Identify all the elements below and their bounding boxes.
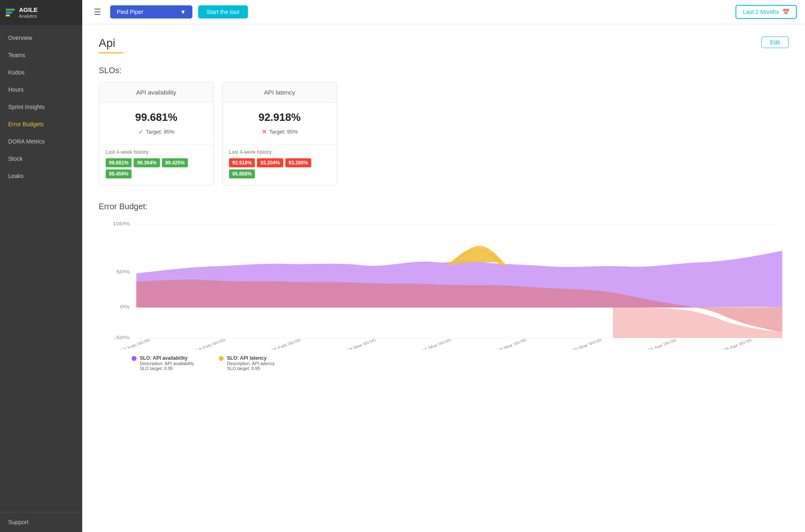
legend-item: SLO: API availability Description: API a…: [132, 355, 194, 371]
history-label: Last 4-week history:: [229, 149, 330, 155]
svg-text:18 Mar 00:00: 18 Mar 00:00: [495, 338, 527, 349]
history-pill: 99.681%: [106, 158, 132, 167]
logo-title: AGILE: [19, 7, 38, 14]
sidebar-item-overview[interactable]: Overview: [0, 29, 82, 46]
sidebar-logo: AGILE Analytics: [0, 0, 82, 25]
logo-subtitle: Analytics: [19, 14, 38, 19]
sidebar: AGILE Analytics OverviewTeamsKudosHoursS…: [0, 0, 82, 532]
slo-history: Last 4-week history: 92.918%93.204%93.28…: [222, 144, 337, 185]
history-pill: 99.425%: [162, 158, 188, 167]
slos-label: SLOs:: [99, 66, 789, 75]
slo-card-header: API latency: [222, 82, 337, 103]
slo-value: 92.918%: [229, 111, 330, 124]
svg-text:11 Mar 00:00: 11 Mar 00:00: [420, 338, 452, 349]
legend-title: SLO: API latency: [227, 355, 275, 361]
page-title: Api: [99, 37, 123, 50]
chevron-down-icon: ▼: [180, 9, 186, 15]
error-budget-section: Error Budget: 100% 50% 0% -50%: [99, 202, 789, 371]
svg-text:100%: 100%: [112, 221, 130, 226]
legend-slo-target: SLO target: 0.95: [140, 366, 194, 371]
history-pills: 92.918%93.204%93.280%95.858%: [229, 158, 330, 178]
legend-description: Description: API latency: [227, 361, 275, 366]
slo-card: API latency 92.918% ✕ Target: 95% Last 4…: [222, 82, 337, 185]
main-area: ☰ Pied Piper ▼ Start the tour Last 2 Mon…: [82, 0, 805, 532]
logo-text: AGILE Analytics: [19, 7, 38, 19]
sidebar-item-stock[interactable]: Stock: [0, 150, 82, 167]
svg-text:0%: 0%: [120, 304, 130, 309]
legend-text: SLO: API availability Description: API a…: [140, 355, 194, 371]
sidebar-item-support[interactable]: Support: [8, 519, 74, 525]
sidebar-item-hours[interactable]: Hours: [0, 81, 82, 98]
slo-target: ✓ Target: 95%: [106, 128, 207, 136]
error-budget-title: Error Budget:: [99, 202, 789, 211]
logo-icon: [6, 9, 15, 16]
edit-button[interactable]: Edit: [761, 37, 789, 48]
date-range-button[interactable]: Last 2 Months 📅: [736, 5, 797, 19]
slo-card: API availability 99.681% ✓ Target: 95% L…: [99, 82, 214, 185]
legend-description: Description: API availability: [140, 361, 194, 366]
sidebar-item-leaks[interactable]: Leaks: [0, 167, 82, 185]
page-title-block: Api: [99, 37, 123, 53]
svg-text:-50%: -50%: [114, 335, 130, 340]
slo-card-body: 92.918% ✕ Target: 95%: [222, 103, 337, 144]
history-pill: 99.459%: [106, 169, 132, 178]
sidebar-bottom: Support: [0, 512, 82, 532]
hamburger-icon[interactable]: ☰: [90, 5, 104, 19]
history-pill: 99.364%: [134, 158, 160, 167]
project-select[interactable]: Pied Piper ▼: [110, 5, 192, 19]
header: ☰ Pied Piper ▼ Start the tour Last 2 Mon…: [82, 0, 805, 24]
sidebar-nav: OverviewTeamsKudosHoursSprint InsightsEr…: [0, 25, 82, 512]
slo-target: ✕ Target: 95%: [229, 128, 330, 136]
calendar-icon: 📅: [782, 9, 789, 15]
legend-slo-target: SLO target: 0.95: [227, 366, 275, 371]
slo-target-text: Target: 95%: [269, 129, 298, 135]
page-header: Api Edit: [99, 37, 789, 53]
svg-text:08 Apr 00:00: 08 Apr 00:00: [722, 338, 753, 349]
history-pill: 93.204%: [257, 158, 283, 167]
sidebar-item-error-budgets[interactable]: Error Budgets: [0, 116, 82, 133]
svg-text:04 Mar 00:00: 04 Mar 00:00: [345, 338, 377, 349]
svg-text:01 Apr 00:00: 01 Apr 00:00: [647, 338, 678, 349]
chart-svg: 100% 50% 0% -50%: [99, 218, 789, 349]
project-name: Pied Piper: [117, 9, 143, 15]
error-budget-chart: 100% 50% 0% -50%: [99, 218, 789, 349]
target-ok-icon: ✓: [138, 128, 143, 136]
target-fail-icon: ✕: [261, 128, 267, 136]
legend-dot: [219, 356, 224, 361]
slo-target-text: Target: 95%: [146, 129, 174, 135]
history-pill: 95.858%: [229, 169, 255, 178]
sidebar-item-dora-metrics[interactable]: DORA Metrics: [0, 133, 82, 150]
main-content: Api Edit SLOs: API availability 99.681% …: [82, 24, 805, 532]
history-pill: 93.280%: [285, 158, 311, 167]
legend-dot: [132, 356, 136, 361]
legend-title: SLO: API availability: [140, 355, 194, 361]
title-underline: [99, 52, 123, 53]
slo-card-header: API availability: [99, 82, 213, 103]
slo-grid: API availability 99.681% ✓ Target: 95% L…: [99, 82, 789, 185]
slo-card-body: 99.681% ✓ Target: 95%: [99, 103, 213, 144]
history-pills: 99.681%99.364%99.425%99.459%: [106, 158, 207, 178]
sidebar-item-kudos[interactable]: Kudos: [0, 64, 82, 81]
history-label: Last 4-week history:: [106, 149, 207, 155]
date-range-label: Last 2 Months: [743, 9, 779, 15]
legend-item: SLO: API latency Description: API latenc…: [219, 355, 275, 371]
tour-button[interactable]: Start the tour: [198, 5, 248, 19]
svg-text:26 Feb 00:00: 26 Feb 00:00: [270, 338, 302, 349]
svg-text:25 Mar 00:00: 25 Mar 00:00: [571, 338, 603, 349]
slo-history: Last 4-week history: 99.681%99.364%99.42…: [99, 144, 213, 185]
chart-legend: SLO: API availability Description: API a…: [99, 349, 789, 371]
history-pill: 92.918%: [229, 158, 255, 167]
legend-text: SLO: API latency Description: API latenc…: [227, 355, 275, 371]
sidebar-item-teams[interactable]: Teams: [0, 46, 82, 64]
svg-text:50%: 50%: [116, 269, 130, 274]
sidebar-item-sprint-insights[interactable]: Sprint Insights: [0, 98, 82, 116]
slo-value: 99.681%: [106, 111, 207, 124]
svg-text:19 Feb 00:00: 19 Feb 00:00: [194, 338, 227, 349]
